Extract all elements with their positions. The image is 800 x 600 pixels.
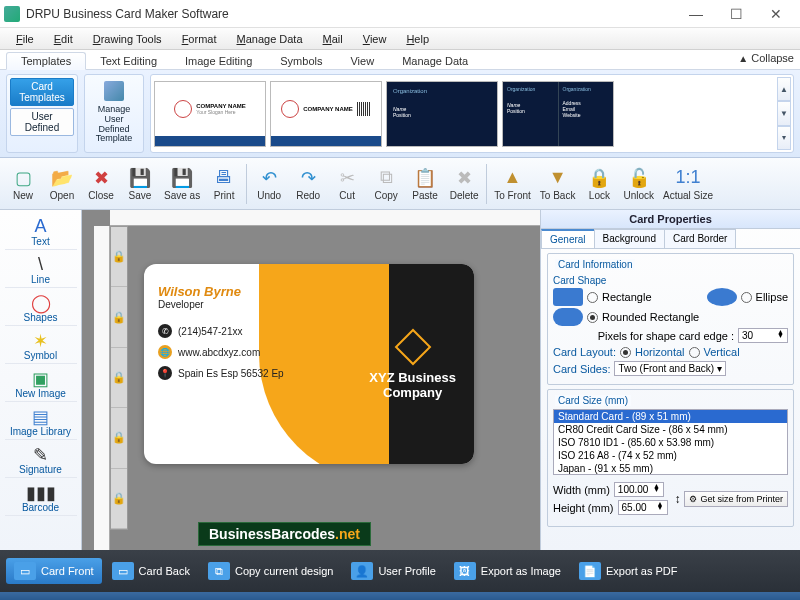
menu-mail[interactable]: Mail xyxy=(313,31,353,47)
menu-format[interactable]: Format xyxy=(172,31,227,47)
manage-udt-button[interactable]: Manage User Defined Template xyxy=(92,103,137,147)
size-option[interactable]: CR80 Credit Card Size - (86 x 54 mm) xyxy=(554,423,787,436)
ptab-general[interactable]: General xyxy=(541,229,595,248)
pin-icon: 📍 xyxy=(158,366,172,380)
bottom-exppdf-button[interactable]: 📄Export as PDF xyxy=(571,558,686,584)
size-option[interactable]: ISO 7810 ID1 - (85.60 x 53.98 mm) xyxy=(554,436,787,449)
toback-button[interactable]: ▼To Back xyxy=(536,161,580,207)
horizontal-radio[interactable] xyxy=(620,347,631,358)
menu-view[interactable]: View xyxy=(353,31,397,47)
paste-icon: 📋 xyxy=(414,167,436,189)
lock-icon[interactable]: 🔒 xyxy=(111,348,127,408)
size-option[interactable]: Japan - (91 x 55 mm) xyxy=(554,462,787,475)
menu-manage-data[interactable]: Manage Data xyxy=(226,31,312,47)
bottom-expimg-button[interactable]: 🖼Export as Image xyxy=(446,558,569,584)
undo-button[interactable]: ↶Undo xyxy=(250,161,288,207)
rrect-radio[interactable] xyxy=(587,312,598,323)
px-edge-input[interactable]: 30▲▼ xyxy=(738,328,788,343)
tool-symbol[interactable]: ✶Symbol xyxy=(5,328,77,364)
template-thumb[interactable]: OrganizationNamePosition xyxy=(386,81,498,147)
tool-shapes[interactable]: ◯Shapes xyxy=(5,290,77,326)
card-templates-button[interactable]: Card Templates xyxy=(10,78,74,106)
size-option[interactable]: Standard Card - (89 x 51 mm) xyxy=(554,410,787,423)
ptab-background[interactable]: Background xyxy=(594,229,665,248)
sides-select[interactable]: Two (Front and Back)▾ xyxy=(614,361,726,376)
collapse-button[interactable]: ▲ Collapse xyxy=(738,52,794,64)
tool-text[interactable]: AText xyxy=(5,214,77,250)
delete-button[interactable]: ✖Delete xyxy=(445,161,483,207)
get-size-button[interactable]: ⚙Get size from Printer xyxy=(684,491,788,507)
template-prev-button[interactable]: ▲ xyxy=(777,77,791,101)
ribtab-view[interactable]: View xyxy=(336,53,388,69)
new-button[interactable]: ▢New xyxy=(4,161,42,207)
width-input[interactable]: 100.00▲▼ xyxy=(614,482,664,497)
tool-signature[interactable]: ✎Signature xyxy=(5,442,77,478)
redo-button[interactable]: ↷Redo xyxy=(289,161,327,207)
ribtab-symbols[interactable]: Symbols xyxy=(266,53,336,69)
card-role[interactable]: Developer xyxy=(158,299,308,310)
saveas-button[interactable]: 💾Save as xyxy=(160,161,204,207)
height-input[interactable]: 65.00▲▼ xyxy=(618,500,668,515)
unlock-button[interactable]: 🔓Unlock xyxy=(619,161,658,207)
menu-help[interactable]: Help xyxy=(396,31,439,47)
bottom-profile-button[interactable]: 👤User Profile xyxy=(343,558,443,584)
actual-button[interactable]: 1:1Actual Size xyxy=(659,161,717,207)
close-icon: ✖ xyxy=(90,167,112,189)
menu-drawing-tools[interactable]: Drawing Tools xyxy=(83,31,172,47)
ellipse-radio[interactable] xyxy=(741,292,752,303)
rect-radio[interactable] xyxy=(587,292,598,303)
lock-icon[interactable]: 🔒 xyxy=(111,287,127,347)
card-size-fieldset: Card Size (mm) Standard Card - (89 x 51 … xyxy=(547,389,794,527)
menu-file[interactable]: File xyxy=(6,31,44,47)
open-button[interactable]: 📂Open xyxy=(43,161,81,207)
user-defined-button[interactable]: User Defined xyxy=(10,108,74,136)
card-name[interactable]: Wilson Byrne xyxy=(158,284,308,299)
swap-icon[interactable]: ↕ xyxy=(674,492,680,506)
bottom-front-button[interactable]: ▭Card Front xyxy=(6,558,102,584)
close-button[interactable]: ✕ xyxy=(756,2,796,26)
ribtab-image-editing[interactable]: Image Editing xyxy=(171,53,266,69)
business-card-canvas[interactable]: Wilson Byrne Developer ✆(214)547-21xx 🌐w… xyxy=(144,264,474,464)
tool-newimage[interactable]: ▣New Image xyxy=(5,366,77,402)
lock-icon[interactable]: 🔒 xyxy=(111,408,127,468)
template-more-button[interactable]: ▾ xyxy=(777,126,791,150)
tool-imagelib[interactable]: ▤Image Library xyxy=(5,404,77,440)
minimize-button[interactable]: ― xyxy=(676,2,716,26)
card-web-row[interactable]: 🌐www.abcdxyz.com xyxy=(158,345,308,359)
print-button[interactable]: 🖶Print xyxy=(205,161,243,207)
size-listbox[interactable]: Standard Card - (89 x 51 mm)CR80 Credit … xyxy=(553,409,788,475)
maximize-button[interactable]: ☐ xyxy=(716,2,756,26)
menu-edit[interactable]: Edit xyxy=(44,31,83,47)
work-area: AText\Line◯Shapes✶Symbol▣New Image▤Image… xyxy=(0,210,800,550)
ptab-card-border[interactable]: Card Border xyxy=(664,229,736,248)
cut-button[interactable]: ✂Cut xyxy=(328,161,366,207)
card-addr-row[interactable]: 📍Spain Es Esp 56532 Ep xyxy=(158,366,308,380)
template-nav: ▲ ▼ ▾ xyxy=(777,77,791,150)
bottom-back-button[interactable]: ▭Card Back xyxy=(104,558,198,584)
paste-button[interactable]: 📋Paste xyxy=(406,161,444,207)
template-thumb[interactable]: COMPANY NAMEYour Slogan Here xyxy=(154,81,266,147)
template-thumb[interactable]: COMPANY NAME xyxy=(270,81,382,147)
close-button[interactable]: ✖Close xyxy=(82,161,120,207)
card-phone-row[interactable]: ✆(214)547-21xx xyxy=(158,324,308,338)
template-next-button[interactable]: ▼ xyxy=(777,101,791,125)
ruler-horizontal xyxy=(110,210,540,226)
bottom-copy-button[interactable]: ⧉Copy current design xyxy=(200,558,341,584)
copy-button[interactable]: ⧉Copy xyxy=(367,161,405,207)
newimage-icon: ▣ xyxy=(32,368,49,388)
ribtab-text-editing[interactable]: Text Editing xyxy=(86,53,171,69)
tofront-button[interactable]: ▲To Front xyxy=(490,161,535,207)
card-logo-icon[interactable] xyxy=(394,329,431,366)
ribtab-manage-data[interactable]: Manage Data xyxy=(388,53,482,69)
ribtab-templates[interactable]: Templates xyxy=(6,52,86,70)
lock-button[interactable]: 🔒Lock xyxy=(580,161,618,207)
save-button[interactable]: 💾Save xyxy=(121,161,159,207)
lock-icon[interactable]: 🔒 xyxy=(111,227,127,287)
size-option[interactable]: ISO 216 A8 - (74 x 52 mm) xyxy=(554,449,787,462)
template-thumb[interactable]: OrganizationNamePosition OrganizationAdd… xyxy=(502,81,614,147)
card-company[interactable]: XYZ BusinessCompany xyxy=(369,370,456,400)
tool-barcode[interactable]: ▮▮▮Barcode xyxy=(5,480,77,516)
tool-line[interactable]: \Line xyxy=(5,252,77,288)
vertical-radio[interactable] xyxy=(689,347,700,358)
lock-icon[interactable]: 🔒 xyxy=(111,469,127,529)
